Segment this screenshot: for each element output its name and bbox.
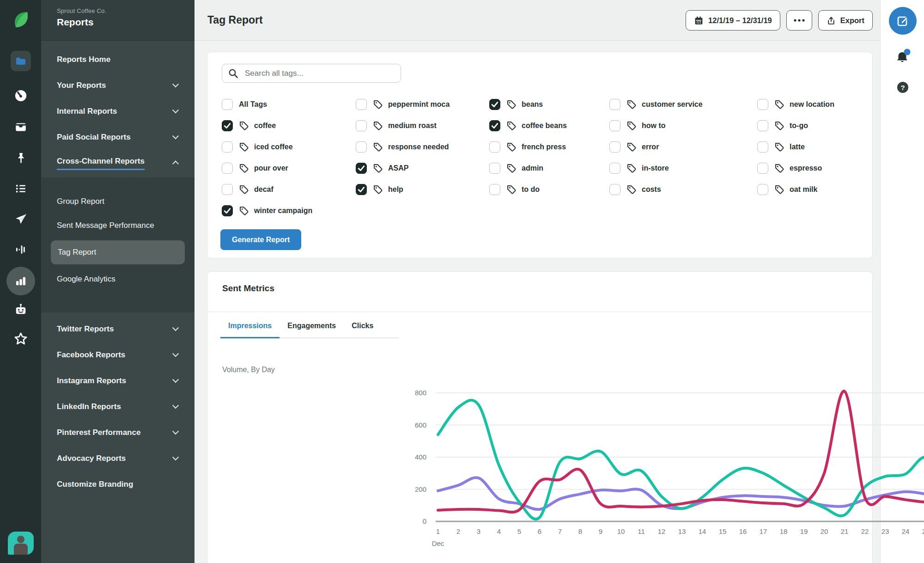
- tag-option-peppermint-moca[interactable]: peppermint moca: [356, 94, 487, 115]
- checkbox-checked[interactable]: [222, 120, 233, 131]
- tag-option-latte[interactable]: latte: [757, 136, 889, 158]
- user-avatar[interactable]: [8, 532, 34, 555]
- tag-option-help[interactable]: help: [356, 179, 487, 200]
- x-axis-tick: 5: [517, 527, 521, 535]
- x-axis-tick: 12: [658, 527, 666, 535]
- tag-option-pour-over[interactable]: pour over: [222, 158, 353, 179]
- tag-option-coffee-beans[interactable]: coffee beans: [489, 115, 621, 136]
- checkbox-unchecked[interactable]: [757, 184, 768, 195]
- tag-option-beans[interactable]: beans: [489, 94, 621, 115]
- checkbox-unchecked[interactable]: [757, 141, 768, 153]
- checkbox-checked[interactable]: [489, 120, 500, 131]
- tag-option-medium-roast[interactable]: medium roast: [356, 115, 487, 136]
- tag-option-new-location[interactable]: new location: [757, 94, 889, 115]
- compose-button[interactable]: [889, 7, 917, 35]
- tag-option-response-needed[interactable]: response needed: [356, 136, 487, 158]
- y-axis-tick: 800: [415, 389, 426, 397]
- tag-option-decaf[interactable]: decaf: [222, 179, 353, 200]
- sidebar-item-group-report[interactable]: Group Report: [41, 190, 195, 214]
- more-options-button[interactable]: [786, 10, 812, 31]
- sidebar-item-advocacy-reports[interactable]: Advocacy Reports: [41, 446, 195, 471]
- sidebar-item-internal-reports[interactable]: Internal Reports: [41, 98, 195, 124]
- tag-option-oat-milk[interactable]: oat milk: [757, 179, 889, 200]
- rail-item-dashboard[interactable]: [0, 89, 41, 103]
- tag-option-iced-coffee[interactable]: iced coffee: [222, 136, 353, 158]
- tab-engagements[interactable]: Engagements: [280, 322, 344, 337]
- search-input[interactable]: [222, 64, 401, 83]
- tag-option-coffee[interactable]: coffee: [222, 115, 353, 136]
- rail-item-inbox[interactable]: [0, 121, 41, 133]
- sidebar-item-google-analytics[interactable]: Google Analytics: [41, 267, 195, 291]
- sidebar-item-linkedin-reports[interactable]: LinkedIn Reports: [41, 394, 195, 420]
- chevron-down-icon: [172, 428, 179, 434]
- checkbox-unchecked[interactable]: [489, 184, 500, 195]
- tab-clicks[interactable]: Clicks: [344, 322, 381, 337]
- checkbox-unchecked[interactable]: [609, 120, 620, 131]
- x-axis-tick: 23: [881, 527, 889, 535]
- sidebar-item-paid-social-reports[interactable]: Paid Social Reports: [41, 124, 195, 150]
- tag-option-how-to[interactable]: how to: [609, 115, 741, 136]
- sidebar-item-cross-channel-reports[interactable]: Cross-Channel Reports: [41, 150, 195, 176]
- tag-option-winter-campaign[interactable]: winter campaign: [222, 200, 353, 221]
- checkbox-unchecked[interactable]: [222, 141, 233, 153]
- checkbox-unchecked[interactable]: [609, 184, 620, 195]
- rail-item-reports[interactable]: [0, 51, 41, 71]
- sidebar-item-sent-message-performance[interactable]: Sent Message Performance: [41, 214, 195, 238]
- checkbox-unchecked[interactable]: [356, 120, 367, 131]
- sidebar-item-reports-home[interactable]: Reports Home: [41, 47, 195, 73]
- tag-option-admin[interactable]: admin: [489, 158, 621, 179]
- checkbox-unchecked[interactable]: [222, 99, 233, 110]
- checkbox-unchecked[interactable]: [609, 99, 620, 110]
- checkbox-unchecked[interactable]: [489, 141, 500, 153]
- help-button[interactable]: ?: [897, 82, 908, 93]
- bot-icon: [14, 303, 27, 316]
- notifications-button[interactable]: [894, 48, 912, 67]
- tag-option-to-do[interactable]: to do: [489, 179, 621, 200]
- checkbox-unchecked[interactable]: [222, 184, 233, 195]
- sidebar-item-your-reports[interactable]: Your Reports: [41, 73, 195, 98]
- date-range-button[interactable]: 12/1/19 – 12/31/19: [686, 10, 780, 31]
- checkbox-unchecked[interactable]: [609, 141, 620, 153]
- sidebar-item-customize-branding[interactable]: Customize Branding: [41, 471, 195, 497]
- tag-option-costs[interactable]: costs: [609, 179, 741, 200]
- tag-option-asap[interactable]: ASAP: [356, 158, 487, 179]
- checkbox-checked[interactable]: [356, 163, 367, 174]
- tag-option-all-tags[interactable]: All Tags: [222, 94, 353, 115]
- rail-item-publishing[interactable]: [0, 213, 41, 226]
- tag-option-error[interactable]: error: [609, 136, 741, 158]
- checkbox-unchecked[interactable]: [222, 163, 233, 174]
- checkbox-checked[interactable]: [489, 99, 500, 110]
- checkbox-unchecked[interactable]: [757, 120, 768, 131]
- tag-icon: [626, 121, 637, 131]
- rail-item-reports-analytics-active[interactable]: [0, 267, 41, 295]
- checkbox-unchecked[interactable]: [757, 163, 768, 174]
- rail-item-bot[interactable]: [0, 303, 41, 316]
- sprout-logo[interactable]: [0, 10, 41, 29]
- tag-option-customer-service[interactable]: customer service: [609, 94, 741, 115]
- tag-option-espresso[interactable]: espresso: [757, 158, 889, 179]
- rail-item-tasks[interactable]: [0, 183, 41, 195]
- tag-option-in-store[interactable]: in-store: [609, 158, 741, 179]
- sidebar-item-pinterest-performance[interactable]: Pinterest Performance: [41, 420, 195, 446]
- sidebar-item-tag-report[interactable]: Tag Report: [51, 240, 185, 264]
- export-button[interactable]: Export: [818, 10, 873, 31]
- generate-report-button[interactable]: Generate Report: [220, 229, 301, 250]
- checkbox-unchecked[interactable]: [757, 99, 768, 110]
- sidebar-item-twitter-reports[interactable]: Twitter Reports: [41, 316, 195, 342]
- x-axis-tick: 9: [599, 527, 602, 535]
- sidebar-item-instagram-reports[interactable]: Instagram Reports: [41, 368, 195, 394]
- rail-item-pinned[interactable]: [0, 152, 41, 165]
- checkbox-unchecked[interactable]: [609, 163, 620, 174]
- tag-option-to-go[interactable]: to-go: [757, 115, 889, 136]
- tab-impressions[interactable]: Impressions: [220, 322, 280, 338]
- checkbox-checked[interactable]: [222, 205, 233, 216]
- checkbox-unchecked[interactable]: [356, 99, 367, 110]
- reports-sidebar: Sprout Coffee Co. Reports Reports HomeYo…: [41, 0, 195, 563]
- checkbox-unchecked[interactable]: [356, 141, 367, 153]
- rail-item-listening[interactable]: [0, 244, 41, 256]
- checkbox-checked[interactable]: [356, 184, 367, 195]
- rail-item-reviews[interactable]: [0, 332, 41, 346]
- sidebar-item-facebook-reports[interactable]: Facebook Reports: [41, 342, 195, 368]
- checkbox-unchecked[interactable]: [489, 163, 500, 174]
- tag-option-french-press[interactable]: french press: [489, 136, 621, 158]
